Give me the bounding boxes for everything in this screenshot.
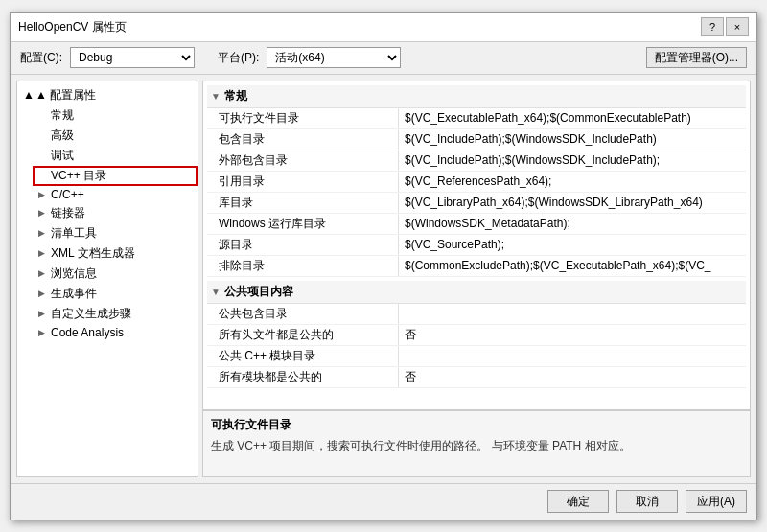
prop-name: 所有模块都是公共的 bbox=[207, 367, 399, 387]
prop-name: 所有头文件都是公共的 bbox=[207, 325, 399, 345]
section-general[interactable]: ▼ 常规 bbox=[207, 85, 746, 108]
section-expand-icon: ▼ bbox=[211, 91, 221, 102]
title-bar-buttons: ? × bbox=[701, 17, 749, 36]
item-label: 调试 bbox=[51, 148, 74, 164]
tree-item-linker[interactable]: ▶ 链接器 bbox=[33, 203, 198, 223]
expand-icon: ▶ bbox=[38, 190, 48, 199]
prop-name: 包含目录 bbox=[207, 129, 399, 150]
tree-children: 常规 高级 调试 VC++ 目录 ▶ bbox=[17, 105, 198, 341]
item-label: 浏览信息 bbox=[51, 266, 97, 282]
tree-item-cpp[interactable]: ▶ C/C++ bbox=[33, 186, 198, 203]
main-content: ▲ ▲ 配置属性 常规 高级 调试 bbox=[11, 75, 756, 483]
cancel-button[interactable]: 取消 bbox=[616, 490, 678, 513]
prop-value: $(CommonExcludePath);$(VC_ExecutablePath… bbox=[399, 256, 746, 276]
spacer bbox=[38, 110, 48, 120]
prop-value: $(VC_ExecutablePath_x64);$(CommonExecuta… bbox=[399, 108, 746, 128]
prop-name: 引用目录 bbox=[207, 172, 399, 192]
tree-item-browse[interactable]: ▶ 浏览信息 bbox=[33, 264, 198, 284]
prop-exclude-dirs: 排除目录 $(CommonExcludePath);$(VC_Executabl… bbox=[207, 256, 746, 277]
tree-item-manifest[interactable]: ▶ 清单工具 bbox=[33, 223, 198, 243]
expand-icon: ▶ bbox=[38, 208, 48, 218]
prop-lib-dirs: 库目录 $(VC_LibraryPath_x64);$(WindowsSDK_L… bbox=[207, 193, 746, 214]
prop-value: $(VC_ReferencesPath_x64); bbox=[399, 172, 746, 192]
prop-value: $(VC_LibraryPath_x64);$(WindowsSDK_Libra… bbox=[399, 193, 746, 213]
expand-icon: ▶ bbox=[38, 309, 48, 318]
item-label: 链接器 bbox=[51, 205, 85, 221]
spacer bbox=[38, 130, 48, 140]
prop-external-include: 外部包含目录 $(VC_IncludePath);$(WindowsSDK_In… bbox=[207, 150, 746, 172]
item-label: 常规 bbox=[51, 107, 74, 124]
root-label: ▲ 配置属性 bbox=[35, 87, 96, 104]
prop-name: 库目录 bbox=[207, 193, 399, 213]
expand-icon: ▶ bbox=[38, 328, 48, 337]
platform-label: 平台(P): bbox=[218, 50, 259, 66]
tree-item-code-analysis[interactable]: ▶ Code Analysis bbox=[33, 324, 198, 341]
prop-public-module-dir: 公共 C++ 模块目录 bbox=[207, 346, 746, 367]
tree-item-vcpp-dirs[interactable]: VC++ 目录 bbox=[33, 166, 198, 186]
item-label: C/C++ bbox=[51, 188, 84, 201]
dialog-title: HelloOpenCV 属性页 bbox=[18, 19, 127, 35]
item-label: XML 文档生成器 bbox=[51, 245, 135, 262]
section-label: 常规 bbox=[224, 88, 247, 104]
desc-text: 生成 VC++ 项目期间，搜索可执行文件时使用的路径。 与环境变量 PATH 相… bbox=[211, 437, 742, 454]
expand-icon: ▶ bbox=[38, 289, 48, 298]
close-button[interactable]: × bbox=[726, 17, 749, 36]
prop-name: 可执行文件目录 bbox=[207, 108, 399, 128]
prop-source-dirs: 源目录 $(VC_SourcePath); bbox=[207, 235, 746, 256]
prop-include-dirs: 包含目录 $(VC_IncludePath);$(WindowsSDK_Incl… bbox=[207, 129, 746, 150]
item-label: 清单工具 bbox=[51, 225, 97, 242]
item-label: 生成事件 bbox=[51, 286, 97, 302]
root-expand-icon: ▲ bbox=[23, 88, 35, 102]
tree-item-build-events[interactable]: ▶ 生成事件 bbox=[33, 284, 198, 304]
help-button[interactable]: ? bbox=[701, 17, 724, 36]
prop-name: 外部包含目录 bbox=[207, 150, 399, 171]
prop-ref-dirs: 引用目录 $(VC_ReferencesPath_x64); bbox=[207, 172, 746, 193]
spacer bbox=[38, 171, 48, 180]
prop-executable-dirs: 可执行文件目录 $(VC_ExecutablePath_x64);$(Commo… bbox=[207, 108, 746, 129]
tree-item-custom-build[interactable]: ▶ 自定义生成步骤 bbox=[33, 304, 198, 324]
right-panel: ▼ 常规 可执行文件目录 $(VC_ExecutablePath_x64);$(… bbox=[202, 81, 751, 477]
item-label: 高级 bbox=[51, 127, 74, 144]
tree-item-xml[interactable]: ▶ XML 文档生成器 bbox=[33, 243, 198, 264]
description-area: 可执行文件目录 生成 VC++ 项目期间，搜索可执行文件时使用的路径。 与环境变… bbox=[203, 409, 750, 476]
prop-value: 否 bbox=[399, 367, 746, 387]
desc-title: 可执行文件目录 bbox=[211, 417, 742, 433]
expand-icon: ▶ bbox=[38, 268, 48, 278]
prop-value: $(VC_IncludePath);$(WindowsSDK_IncludePa… bbox=[399, 150, 746, 171]
property-dialog: HelloOpenCV 属性页 ? × 配置(C): Debug 平台(P): … bbox=[10, 12, 757, 520]
spacer bbox=[38, 150, 48, 160]
expand-icon: ▶ bbox=[38, 228, 48, 238]
section-expand-icon: ▼ bbox=[211, 287, 221, 297]
tree-item-debug[interactable]: 调试 bbox=[33, 146, 198, 166]
prop-name: 公共包含目录 bbox=[207, 304, 399, 324]
tree-item-common[interactable]: 常规 bbox=[33, 105, 198, 126]
prop-value: $(VC_SourcePath); bbox=[399, 235, 746, 255]
tree-root-item[interactable]: ▲ ▲ 配置属性 bbox=[17, 85, 198, 105]
prop-winrt-dirs: Windows 运行库目录 $(WindowsSDK_MetadataPath)… bbox=[207, 214, 746, 235]
bottom-bar: 确定 取消 应用(A) bbox=[11, 483, 756, 520]
prop-all-modules-public: 所有模块都是公共的 否 bbox=[207, 367, 746, 388]
section-public[interactable]: ▼ 公共项目内容 bbox=[207, 281, 746, 304]
prop-value bbox=[399, 346, 746, 366]
config-manager-button[interactable]: 配置管理器(O)... bbox=[646, 47, 747, 68]
title-bar: HelloOpenCV 属性页 ? × bbox=[11, 13, 756, 42]
prop-all-headers-public: 所有头文件都是公共的 否 bbox=[207, 325, 746, 346]
section-label: 公共项目内容 bbox=[224, 284, 293, 300]
prop-value: $(VC_IncludePath);$(WindowsSDK_IncludePa… bbox=[399, 129, 746, 150]
ok-button[interactable]: 确定 bbox=[547, 490, 609, 513]
property-area: ▼ 常规 可执行文件目录 $(VC_ExecutablePath_x64);$(… bbox=[203, 81, 750, 409]
apply-button[interactable]: 应用(A) bbox=[686, 490, 747, 513]
prop-value: $(WindowsSDK_MetadataPath); bbox=[399, 214, 746, 234]
prop-name: 公共 C++ 模块目录 bbox=[207, 346, 399, 366]
prop-name: 源目录 bbox=[207, 235, 399, 255]
platform-select[interactable]: 活动(x64) bbox=[267, 47, 401, 68]
tree-item-advanced[interactable]: 高级 bbox=[33, 126, 198, 146]
prop-value bbox=[399, 304, 746, 324]
expand-icon: ▶ bbox=[38, 248, 48, 258]
prop-value: 否 bbox=[399, 325, 746, 345]
prop-public-include: 公共包含目录 bbox=[207, 304, 746, 325]
config-select[interactable]: Debug bbox=[70, 47, 195, 68]
item-label: Code Analysis bbox=[51, 326, 124, 339]
tree-root: ▲ ▲ 配置属性 常规 高级 调试 bbox=[17, 81, 198, 345]
left-panel: ▲ ▲ 配置属性 常规 高级 调试 bbox=[16, 81, 198, 477]
